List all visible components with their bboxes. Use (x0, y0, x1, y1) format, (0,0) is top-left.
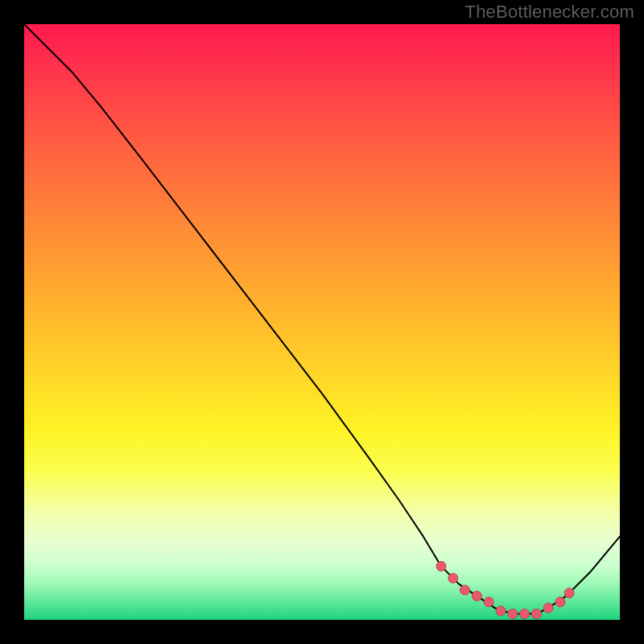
chart-marker-group (436, 561, 574, 618)
chart-marker (460, 585, 470, 595)
chart-marker (496, 606, 506, 616)
attribution-label: TheBottlenecker.com (465, 2, 634, 23)
chart-marker (520, 609, 530, 619)
chart-marker (472, 591, 481, 601)
chart-line-series (24, 24, 620, 614)
chart-marker (508, 609, 518, 619)
chart-marker (555, 597, 565, 607)
chart-marker (436, 561, 446, 571)
chart-marker (484, 597, 493, 607)
chart-plot-area (24, 24, 620, 620)
chart-frame: TheBottlenecker.com (0, 0, 644, 644)
chart-marker (543, 603, 553, 613)
chart-marker (448, 573, 458, 583)
chart-svg (24, 24, 620, 620)
chart-marker (531, 609, 541, 619)
chart-marker (564, 588, 574, 598)
